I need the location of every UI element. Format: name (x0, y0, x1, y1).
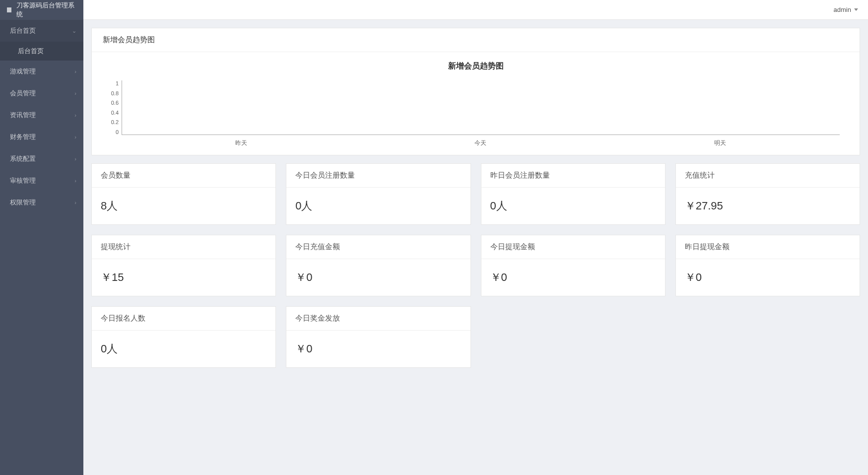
card-today-signup: 今日报名人数 0人 (91, 306, 276, 368)
card-value: 0人 (286, 188, 470, 224)
chevron-right-icon: › (74, 68, 76, 74)
brand-icon (7, 7, 11, 12)
chart-title: 新增会员趋势图 (92, 57, 860, 80)
x-tick: 昨天 (122, 139, 361, 150)
card-yesterday-reg: 昨日会员注册数量 0人 (481, 163, 666, 225)
card-title: 充值统计 (676, 164, 860, 188)
brand-title: 刀客源码后台管理系统 (16, 1, 76, 19)
y-tick: 0.4 (105, 110, 119, 116)
nav-item-news[interactable]: 资讯管理 › (0, 104, 83, 126)
card-title: 昨日会员注册数量 (481, 164, 665, 188)
card-value: ￥0 (676, 259, 860, 296)
nav-sub-home[interactable]: 后台首页 (0, 42, 83, 61)
card-value: 0人 (481, 188, 665, 224)
user-menu[interactable]: admin (834, 6, 858, 13)
card-withdraw-total: 提现统计 ￥15 (91, 235, 276, 296)
chart-panel-title: 新增会员趋势图 (92, 28, 860, 52)
chart-body: 1 0.8 0.6 0.4 0.2 0 昨天 今天 明天 (122, 80, 840, 150)
chevron-right-icon: › (74, 200, 76, 205)
card-title: 提现统计 (92, 235, 275, 259)
nav-item-member[interactable]: 会员管理 › (0, 82, 83, 104)
topbar: admin (83, 0, 868, 20)
chevron-down-icon: ⌄ (72, 28, 76, 34)
nav-item-permission[interactable]: 权限管理 › (0, 192, 83, 213)
card-yesterday-withdraw: 昨日提现金额 ￥0 (675, 235, 860, 296)
card-value: ￥27.95 (676, 188, 860, 224)
x-tick: 明天 (601, 139, 840, 150)
nav-item-finance[interactable]: 财务管理 › (0, 126, 83, 148)
card-title: 昨日提现金额 (676, 235, 860, 259)
card-title: 今日提现金额 (481, 235, 665, 259)
card-title: 今日报名人数 (92, 307, 275, 331)
card-today-bonus: 今日奖金发放 ￥0 (286, 306, 470, 368)
nav-item-label: 审核管理 (10, 176, 36, 185)
chevron-right-icon: › (74, 156, 76, 162)
card-title: 今日奖金发放 (286, 307, 470, 331)
chevron-right-icon: › (74, 178, 76, 184)
nav-item-label: 会员管理 (10, 89, 36, 98)
y-tick: 0 (105, 129, 119, 135)
card-title: 会员数量 (92, 164, 275, 188)
nav-item-label: 财务管理 (10, 133, 36, 141)
user-name: admin (834, 6, 851, 13)
nav-item-label: 系统配置 (10, 154, 36, 163)
nav-item-game[interactable]: 游戏管理 › (0, 61, 83, 82)
chevron-right-icon: › (74, 90, 76, 96)
card-value: ￥0 (481, 259, 665, 296)
main-content: 新增会员趋势图 新增会员趋势图 1 0.8 0.6 0.4 0.2 0 昨天 今… (83, 20, 868, 475)
chart-y-axis: 1 0.8 0.6 0.4 0.2 0 (105, 80, 119, 135)
nav-item-system[interactable]: 系统配置 › (0, 148, 83, 170)
y-tick: 0.8 (105, 90, 119, 96)
y-tick: 1 (105, 80, 119, 86)
card-title: 今日充值金额 (286, 235, 470, 259)
y-tick: 0.2 (105, 119, 119, 125)
card-value: 0人 (92, 331, 275, 367)
card-value: ￥0 (286, 331, 470, 367)
sidebar: 刀客源码后台管理系统 后台首页 ⌄ 后台首页 游戏管理 › 会员管理 › 资讯管… (0, 0, 83, 475)
nav-item-label: 资讯管理 (10, 111, 36, 120)
card-title: 今日会员注册数量 (286, 164, 470, 188)
chart-area: 新增会员趋势图 1 0.8 0.6 0.4 0.2 0 昨天 今天 明天 (92, 52, 860, 155)
y-tick: 0.6 (105, 100, 119, 106)
card-today-withdraw: 今日提现金额 ￥0 (481, 235, 666, 296)
card-today-reg: 今日会员注册数量 0人 (286, 163, 470, 225)
card-value: ￥15 (92, 259, 275, 296)
nav-item-label: 后台首页 (10, 26, 36, 35)
card-value: 8人 (92, 188, 275, 224)
card-value: ￥0 (286, 259, 470, 296)
chart-plot (122, 80, 840, 135)
stat-cards: 会员数量 8人 今日会员注册数量 0人 昨日会员注册数量 0人 充值统计 ￥27… (91, 163, 860, 368)
chevron-right-icon: › (74, 112, 76, 118)
nav-item-audit[interactable]: 审核管理 › (0, 170, 83, 192)
card-today-recharge: 今日充值金额 ￥0 (286, 235, 470, 296)
nav-item-home[interactable]: 后台首页 ⌄ (0, 20, 83, 42)
nav-item-label: 权限管理 (10, 198, 36, 207)
nav-item-label: 游戏管理 (10, 67, 36, 76)
nav-sub-label: 后台首页 (18, 47, 44, 56)
chevron-right-icon: › (74, 134, 76, 140)
card-member-count: 会员数量 8人 (91, 163, 276, 225)
chart-x-axis: 昨天 今天 明天 (122, 139, 840, 150)
card-recharge-total: 充值统计 ￥27.95 (675, 163, 860, 225)
brand-header: 刀客源码后台管理系统 (0, 0, 83, 20)
chart-panel: 新增会员趋势图 新增会员趋势图 1 0.8 0.6 0.4 0.2 0 昨天 今… (91, 28, 860, 155)
caret-down-icon (854, 8, 858, 11)
x-tick: 今天 (361, 139, 600, 150)
